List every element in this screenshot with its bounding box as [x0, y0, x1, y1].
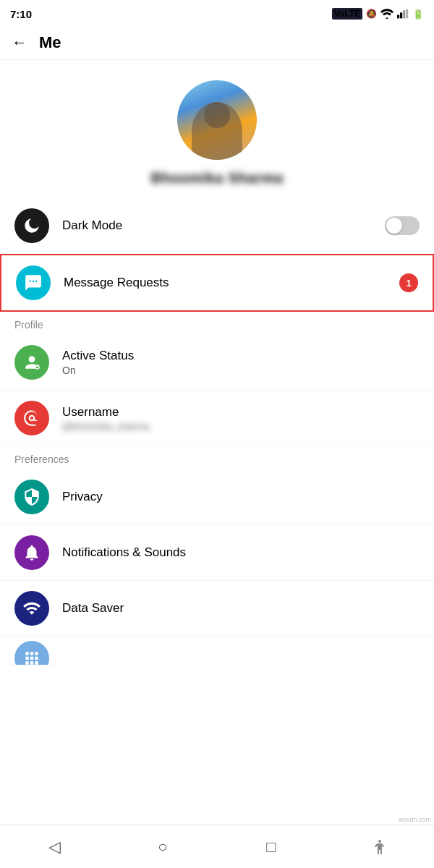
active-status-text-block: Active Status On [62, 349, 420, 376]
privacy-label: Privacy [62, 490, 420, 504]
dark-mode-icon [14, 208, 49, 243]
data-signal-icon [22, 599, 41, 618]
bell-icon [22, 543, 41, 562]
username-text-block: Username @bhoomika_sharma [62, 405, 420, 432]
username-value: @bhoomika_sharma [62, 421, 420, 432]
message-requests-badge: 1 [399, 273, 418, 292]
active-status-label: Active Status [62, 349, 420, 363]
notifications-label: Notifications & Sounds [62, 545, 420, 560]
username-icon [14, 401, 49, 435]
more-icon [14, 641, 49, 665]
active-status-icon [14, 345, 49, 380]
svg-rect-2 [403, 10, 405, 18]
signal-icon [397, 9, 409, 19]
mute-icon: 🔕 [366, 9, 377, 19]
active-status-sublabel: On [62, 365, 420, 376]
watermark: wsxdn.com [399, 816, 431, 823]
active-status-item[interactable]: Active Status On [0, 335, 434, 391]
page-title: Me [39, 33, 61, 52]
dark-mode-label: Dark Mode [62, 218, 385, 233]
svg-point-4 [29, 356, 35, 362]
avatar-silhouette [192, 102, 242, 160]
person-check-icon [22, 353, 41, 372]
notifications-item[interactable]: Notifications & Sounds [0, 525, 434, 581]
message-requests-icon [16, 265, 51, 300]
wifi-icon [380, 9, 393, 19]
at-icon [22, 409, 41, 427]
grid-icon [22, 649, 41, 665]
data-saver-label: Data Saver [62, 601, 420, 616]
svg-rect-0 [397, 15, 399, 19]
status-time: 7:10 [10, 8, 32, 20]
username-label: Username [62, 405, 420, 420]
preferences-section-label: Preferences [0, 446, 434, 469]
volte-badge: VoLTE [332, 8, 362, 20]
avatar[interactable] [177, 80, 257, 160]
accessibility-nav-button[interactable] [362, 830, 397, 864]
shield-icon [22, 488, 41, 506]
accessibility-icon [371, 838, 388, 856]
message-requests-label: Message Requests [64, 276, 399, 290]
data-saver-item[interactable]: Data Saver [0, 581, 434, 637]
dark-mode-toggle[interactable] [385, 216, 420, 235]
dark-mode-item[interactable]: Dark Mode [0, 198, 434, 254]
username-item[interactable]: Username @bhoomika_sharma [0, 391, 434, 446]
header: ← Me [0, 26, 434, 60]
status-bar: 7:10 VoLTE 🔕 🔋 [0, 0, 434, 26]
chat-icon [24, 273, 43, 292]
back-nav-button[interactable]: ◁ [37, 830, 72, 864]
recents-nav-button[interactable]: □ [254, 830, 289, 864]
status-icons: VoLTE 🔕 🔋 [332, 8, 424, 20]
home-nav-button[interactable]: ○ [145, 830, 180, 864]
data-saver-icon [14, 591, 49, 626]
profile-section-label: Profile [0, 312, 434, 335]
battery-icon: 🔋 [412, 9, 424, 20]
privacy-item[interactable]: Privacy [0, 469, 434, 525]
user-name[interactable]: Bhoomika Sharma [150, 170, 283, 187]
message-requests-item[interactable]: Message Requests 1 [0, 254, 434, 312]
more-item[interactable] [0, 637, 434, 665]
privacy-icon [14, 480, 49, 514]
toggle-knob [386, 218, 402, 234]
moon-icon [22, 216, 41, 235]
svg-rect-1 [400, 12, 402, 18]
profile-section: Bhoomika Sharma [0, 60, 434, 198]
notifications-icon [14, 535, 49, 570]
svg-rect-3 [406, 9, 408, 19]
svg-point-6 [378, 840, 381, 843]
bottom-navigation: ◁ ○ □ [0, 825, 434, 868]
back-button[interactable]: ← [12, 33, 27, 52]
